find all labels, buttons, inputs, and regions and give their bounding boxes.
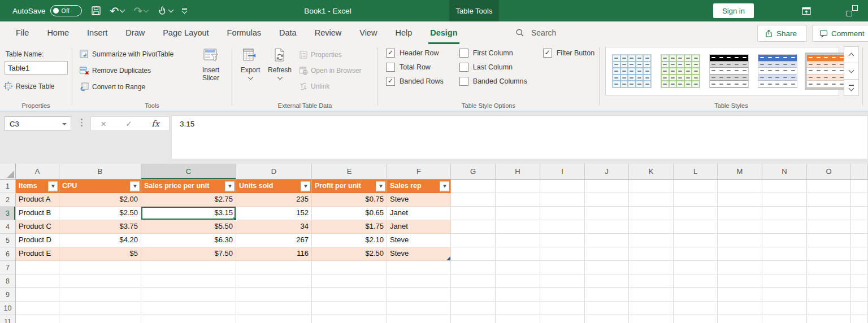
tab-view[interactable]: View [350, 21, 386, 44]
cell-I6[interactable] [540, 247, 585, 261]
cell-M11[interactable] [718, 315, 762, 323]
cell-I10[interactable] [540, 302, 585, 315]
cell-H9[interactable] [496, 288, 540, 302]
cell-B2[interactable]: $2.00 [59, 193, 141, 207]
cell-I3[interactable] [540, 207, 585, 220]
cell-H3[interactable] [496, 207, 540, 220]
enter-icon[interactable]: ✓ [125, 119, 132, 128]
comment-button[interactable]: Comment [812, 25, 868, 42]
cell-B11[interactable] [59, 315, 141, 323]
cell-A9[interactable] [16, 288, 59, 302]
cell-H5[interactable] [496, 234, 540, 247]
cell-M6[interactable] [718, 247, 762, 261]
cell-J3[interactable] [585, 207, 629, 220]
column-header-O[interactable]: O [807, 164, 851, 180]
cell-N8[interactable] [762, 274, 807, 288]
checkbox-total-row[interactable]: Total Row [386, 63, 444, 72]
cell-X1[interactable] [851, 180, 868, 193]
cell-L9[interactable] [674, 288, 718, 302]
cell-D5[interactable]: 267 [236, 234, 312, 247]
cell-O1[interactable] [807, 180, 851, 193]
column-header-C[interactable]: C [141, 164, 236, 180]
cell-O4[interactable] [807, 220, 851, 234]
cell-A5[interactable]: Product D [16, 234, 59, 247]
row-header-2[interactable]: 2 [0, 193, 16, 207]
cell-C10[interactable] [141, 302, 236, 315]
column-header-clipped[interactable] [851, 164, 868, 180]
cell-E9[interactable] [312, 288, 387, 302]
filter-button-profit-per-unit[interactable] [376, 181, 385, 191]
cell-O8[interactable] [807, 274, 851, 288]
cell-H4[interactable] [496, 220, 540, 234]
cell-L4[interactable] [674, 220, 718, 234]
tab-home[interactable]: Home [38, 21, 78, 44]
cell-K5[interactable] [629, 234, 674, 247]
cell-C3[interactable]: $3.15 [141, 207, 236, 220]
cell-N10[interactable] [762, 302, 807, 315]
cell-F2[interactable]: Steve [387, 193, 451, 207]
insert-slicer-button[interactable]: Insert Slicer [194, 47, 227, 82]
cell-N11[interactable] [762, 315, 807, 323]
row-header-1[interactable]: 1 [0, 180, 16, 193]
column-header-N[interactable]: N [762, 164, 807, 180]
filter-button-items[interactable] [48, 181, 58, 191]
cell-G4[interactable] [451, 220, 496, 234]
filter-button-sales-price-per-unit[interactable] [225, 181, 235, 191]
column-header-D[interactable]: D [236, 164, 312, 180]
cell-M3[interactable] [718, 207, 762, 220]
cell-X11[interactable] [851, 315, 868, 323]
cell-A6[interactable]: Product E [16, 247, 59, 261]
cell-C1[interactable]: Sales price per unit [141, 180, 236, 193]
tab-file[interactable]: File [7, 21, 38, 44]
cell-H10[interactable] [496, 302, 540, 315]
cell-C6[interactable]: $7.50 [141, 247, 236, 261]
export-button[interactable]: Export [237, 47, 264, 79]
cell-J6[interactable] [585, 247, 629, 261]
cell-O7[interactable] [807, 261, 851, 274]
cell-D1[interactable]: Units sold [236, 180, 312, 193]
cell-C9[interactable] [141, 288, 236, 302]
tab-data[interactable]: Data [270, 21, 306, 44]
cell-I2[interactable] [540, 193, 585, 207]
cell-X9[interactable] [851, 288, 868, 302]
cell-G9[interactable] [451, 288, 496, 302]
cell-C11[interactable] [141, 315, 236, 323]
cell-C4[interactable]: $5.50 [141, 220, 236, 234]
cell-L2[interactable] [674, 193, 718, 207]
cell-J8[interactable] [585, 274, 629, 288]
cell-A11[interactable] [16, 315, 59, 323]
cell-H7[interactable] [496, 261, 540, 274]
remove-duplicates-button[interactable]: Remove Duplicates [79, 66, 151, 76]
cell-J10[interactable] [585, 302, 629, 315]
column-header-J[interactable]: J [585, 164, 629, 180]
cell-F8[interactable] [387, 274, 451, 288]
cell-E1[interactable]: Profit per unit [312, 180, 387, 193]
checkbox-icon[interactable] [459, 49, 468, 58]
cell-O6[interactable] [807, 247, 851, 261]
row-header-3[interactable]: 3 [0, 207, 16, 220]
cell-J9[interactable] [585, 288, 629, 302]
table-style-light-blue-grid[interactable] [610, 53, 653, 90]
cell-M10[interactable] [718, 302, 762, 315]
cell-B6[interactable]: $5 [59, 247, 141, 261]
cell-H8[interactable] [496, 274, 540, 288]
tab-review[interactable]: Review [306, 21, 351, 44]
filter-button-units-sold[interactable] [301, 181, 310, 191]
cell-N4[interactable] [762, 220, 807, 234]
cell-J5[interactable] [585, 234, 629, 247]
cell-D9[interactable] [236, 288, 312, 302]
cell-L8[interactable] [674, 274, 718, 288]
gallery-scroll-up-icon[interactable] [844, 46, 859, 63]
checkbox-header-row[interactable]: ✓Header Row [386, 49, 444, 58]
row-header-7[interactable]: 7 [0, 261, 16, 274]
cell-B10[interactable] [59, 302, 141, 315]
cell-F10[interactable] [387, 302, 451, 315]
cell-J1[interactable] [585, 180, 629, 193]
touch-mode-dropdown-icon[interactable] [168, 7, 174, 13]
cell-L5[interactable] [674, 234, 718, 247]
cell-O2[interactable] [807, 193, 851, 207]
cell-B8[interactable] [59, 274, 141, 288]
cell-J2[interactable] [585, 193, 629, 207]
table-style-medium-blue[interactable] [756, 53, 799, 90]
cell-K6[interactable] [629, 247, 674, 261]
